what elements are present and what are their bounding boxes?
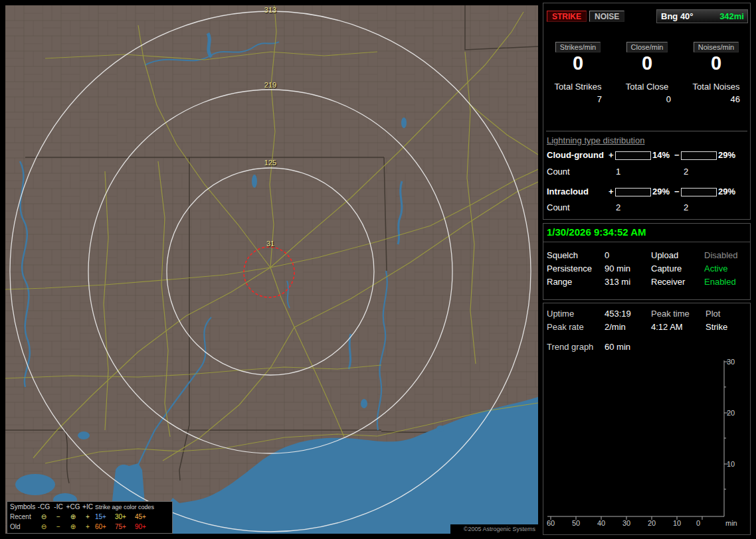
datetime-display: 1/30/2026 9:34:52 AM [547, 226, 646, 238]
ring-label-219: 219 [257, 81, 284, 89]
legend-symbols-header: Symbols [10, 503, 37, 510]
peak-rate-value: 2/min [605, 322, 626, 332]
close-per-min-button[interactable]: Close/min [626, 42, 668, 52]
total-noises-value: 46 [682, 94, 751, 104]
trend-unit-label: min [725, 519, 737, 527]
side-panel: STRIKE NOISE Bng 40° 342mi Strikes/min 0… [541, 0, 754, 539]
capture-status: Active [704, 264, 727, 273]
trend-x-tick: 40 [595, 519, 608, 527]
noises-per-min-value: 0 [682, 53, 751, 74]
squelch-value: 0 [605, 250, 609, 260]
persistence-value: 90 min [605, 264, 630, 273]
neg-cg-symbol-icon: ⊖ [37, 523, 51, 530]
datetime-separator [543, 242, 750, 242]
trend-graph-axes [545, 356, 750, 533]
neg-cg-symbol-icon: ⊖ [37, 513, 51, 520]
legend-recent-row: Recent ⊖ − ⊕ + 15+ 30+ 45+ [7, 512, 172, 522]
trend-y-tick: 30 [727, 358, 743, 366]
age-90: 90+ [135, 523, 155, 530]
total-close-value: 0 [613, 94, 682, 104]
stats-box: Uptime 453:19 Peak time Plot Peak rate 2… [543, 303, 751, 535]
strikes-per-min-value: 0 [543, 53, 613, 74]
cloud-ground-row: Cloud-ground + 14% − 29% [543, 150, 750, 160]
legend-old-row: Old ⊖ − ⊕ + 60+ 75+ 90+ [7, 522, 172, 532]
range-value: 313 mi [605, 277, 630, 287]
upload-status: Disabled [704, 250, 738, 260]
section-divider [546, 131, 747, 131]
bearing-display: Bng 40° 342mi [656, 9, 748, 23]
cloud-ground-label: Cloud-ground [547, 150, 604, 160]
count-label: Count [547, 167, 570, 177]
lightning-map[interactable]: 313 219 125 31 Symbols -CG -IC +CG +IC S… [5, 5, 538, 534]
legend-col-neg-cg: -CG [37, 503, 51, 510]
cg-plus-count: 1 [616, 167, 620, 177]
minus-sign: − [674, 150, 680, 160]
upload-label: Upload [651, 250, 678, 260]
range-label: Range [547, 277, 572, 287]
bearing-range-value: 342mi [719, 11, 744, 21]
pos-ic-symbol-icon: + [80, 513, 95, 520]
squelch-label: Squelch [547, 250, 578, 260]
app-window: 313 219 125 31 Symbols -CG -IC +CG +IC S… [0, 0, 756, 539]
peak-time-value: 4:12 AM [651, 322, 683, 332]
cg-minus-count: 2 [684, 167, 688, 177]
ring-label-31: 31 [257, 240, 284, 248]
ic-plus-bar [615, 188, 651, 196]
peak-rate-label: Peak rate [547, 322, 584, 332]
trend-graph-label: Trend graph [547, 342, 593, 352]
trend-graph: 302010 6050403020100 min [545, 356, 750, 533]
ring-label-313: 313 [257, 6, 284, 14]
counters-box: STRIKE NOISE Bng 40° 342mi Strikes/min 0… [543, 3, 751, 220]
pos-ic-symbol-icon: + [80, 523, 95, 530]
ic-minus-bar [681, 188, 717, 196]
intracloud-row: Intracloud + 29% − 29% [543, 187, 750, 196]
cg-minus-bar [681, 151, 717, 160]
legend-row-label: Recent [10, 513, 37, 520]
neg-ic-symbol-icon: − [51, 513, 66, 520]
persistence-label: Persistence [547, 264, 592, 273]
uptime-value: 453:19 [605, 309, 631, 319]
trend-graph-value: 60 min [605, 342, 630, 352]
legend-age-header: Strike age color codes [95, 504, 154, 510]
legend-col-pos-ic: +IC [80, 503, 95, 510]
ic-minus-percent: 29% [718, 187, 735, 196]
cg-minus-percent: 29% [718, 150, 735, 160]
trend-x-tick: 50 [569, 519, 583, 527]
map-legend: Symbols -CG -IC +CG +IC Strike age color… [7, 501, 173, 534]
pos-cg-symbol-icon: ⊕ [66, 523, 80, 530]
peak-time-label: Peak time [651, 309, 690, 319]
receiver-status: Enabled [704, 277, 736, 287]
noises-per-min-button[interactable]: Noises/min [694, 42, 739, 52]
noise-mode-button[interactable]: NOISE [589, 11, 624, 22]
trend-x-tick: 20 [645, 519, 658, 527]
legend-header-row: Symbols -CG -IC +CG +IC Strike age color… [7, 502, 172, 512]
cg-plus-bar [615, 151, 651, 160]
trend-x-tick: 30 [620, 519, 633, 527]
distribution-title: Lightning type distribution [547, 135, 644, 145]
legend-col-pos-cg: +CG [66, 503, 80, 510]
trend-x-tick: 60 [544, 519, 557, 527]
plot-label: Plot [706, 309, 720, 319]
ic-plus-count: 2 [616, 202, 620, 212]
capture-label: Capture [651, 264, 682, 273]
strike-mode-button[interactable]: STRIKE [547, 11, 587, 22]
ring-label-125: 125 [257, 159, 284, 167]
ic-minus-count: 2 [684, 202, 688, 212]
copyright-notice: ©2005 Astrogenic Systems [450, 524, 538, 534]
age-60: 60+ [95, 523, 115, 530]
legend-row-label: Old [10, 523, 37, 530]
total-strikes-value: 7 [543, 94, 613, 104]
receiver-label: Receiver [651, 277, 685, 287]
total-close-label: Total Close [613, 82, 682, 92]
close-counter-column: Close/min 0 Total Close 0 [613, 40, 682, 104]
age-75: 75+ [115, 523, 135, 530]
plus-sign: + [609, 150, 614, 160]
total-strikes-label: Total Strikes [543, 82, 613, 92]
total-noises-label: Total Noises [682, 82, 751, 92]
close-per-min-value: 0 [613, 53, 682, 74]
noises-counter-column: Noises/min 0 Total Noises 46 [682, 40, 751, 104]
trend-x-tick: 0 [692, 519, 705, 527]
trend-y-tick: 20 [727, 409, 743, 417]
strikes-per-min-button[interactable]: Strikes/min [555, 42, 601, 52]
legend-col-neg-ic: -IC [51, 503, 66, 510]
